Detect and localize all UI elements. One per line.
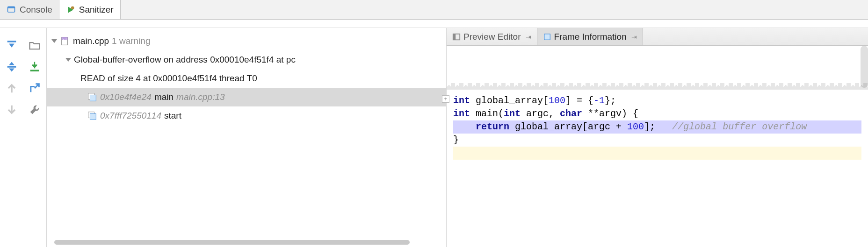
- layout-top-icon[interactable]: [5, 39, 18, 52]
- svg-marker-10: [32, 64, 37, 68]
- code-line-warn-bg: [453, 147, 861, 160]
- toolbar-blank: [0, 20, 868, 28]
- pin-icon: ⇥: [631, 33, 637, 41]
- left-tool-gutter: [0, 28, 47, 247]
- wrench-icon[interactable]: [28, 103, 41, 116]
- fold-handle-icon[interactable]: +: [442, 95, 449, 103]
- svg-marker-5: [9, 44, 14, 48]
- svg-marker-16: [65, 58, 71, 62]
- cpp-file-icon: C++: [60, 36, 70, 46]
- layout-middle-icon[interactable]: [5, 60, 18, 73]
- vertical-scrollbar[interactable]: [861, 46, 868, 88]
- svg-rect-22: [453, 34, 456, 40]
- frame1-addr: 0x7fff72550114: [100, 111, 161, 121]
- tab-frame-info[interactable]: Frame Information ⇥: [537, 28, 643, 45]
- tree-frame-row-1[interactable]: 0x7fff72550114 start: [47, 106, 446, 125]
- frame0-addr: 0x10e4f4e24: [100, 92, 152, 102]
- tree-file-row[interactable]: C++ main.cpp 1 warning: [47, 32, 446, 50]
- tree-error-title: Global-buffer-overflow on address 0x0001…: [74, 55, 296, 65]
- chevron-down-icon: [64, 55, 73, 64]
- svg-rect-23: [544, 34, 550, 40]
- svg-rect-18: [90, 95, 96, 101]
- code-line-4: }: [453, 134, 459, 145]
- tree-frame-row-0[interactable]: 0x10e4f4e24 main main.cpp:13: [47, 88, 446, 106]
- scrollbar-thumb[interactable]: [54, 240, 410, 245]
- frame0-loc: main.cpp:13: [176, 92, 225, 102]
- right-panel: Preview Editor ⇥ Frame Information ⇥ + i…: [447, 28, 868, 247]
- tab-sanitizer[interactable]: Sanitizer: [59, 0, 121, 19]
- code-line-2: int main(int argc, char **argv) {: [453, 108, 638, 119]
- svg-marker-12: [51, 39, 57, 43]
- frame-info-icon: [543, 33, 551, 41]
- preview-icon: [452, 33, 461, 41]
- tab-console[interactable]: Console: [0, 0, 59, 19]
- code-block: int global_array[100] = {-1}; int main(i…: [447, 90, 868, 160]
- svg-rect-1: [8, 7, 15, 8]
- tree-file-warning: 1 warning: [112, 36, 150, 46]
- tab-sanitizer-label: Sanitizer: [79, 5, 114, 15]
- svg-marker-8: [9, 69, 14, 72]
- svg-point-3: [71, 6, 74, 9]
- arrow-up-icon[interactable]: [5, 82, 18, 95]
- code-line-1: int global_array[100] = {-1};: [453, 95, 616, 106]
- bug-run-icon: [66, 5, 75, 14]
- tree-file-name: main.cpp: [73, 36, 109, 46]
- code-line-3-highlight: return global_array[argc + 100]; //globa…: [453, 120, 861, 134]
- frame0-func: main: [154, 92, 174, 102]
- console-icon: [7, 5, 16, 14]
- horizontal-scrollbar[interactable]: [47, 238, 446, 247]
- main-area: C++ main.cpp 1 warning Global-buffer-ove…: [0, 28, 868, 247]
- frame1-func: start: [164, 111, 181, 121]
- chevron-down-icon: [50, 36, 59, 46]
- right-tab-row: Preview Editor ⇥ Frame Information ⇥: [447, 28, 868, 46]
- code-fold-edge: [447, 83, 868, 90]
- download-icon[interactable]: [28, 60, 41, 73]
- pin-icon: ⇥: [526, 33, 531, 41]
- issue-tree-panel: C++ main.cpp 1 warning Global-buffer-ove…: [47, 28, 446, 247]
- folder-icon[interactable]: [28, 39, 41, 52]
- svg-text:C++: C++: [63, 37, 67, 40]
- tab-preview-editor[interactable]: Preview Editor ⇥: [447, 28, 537, 45]
- code-preview: + int global_array[100] = {-1}; int main…: [447, 46, 868, 247]
- arrow-down-icon[interactable]: [5, 103, 18, 116]
- external-link-icon[interactable]: [28, 82, 41, 95]
- tab-frameinfo-label: Frame Information: [554, 32, 627, 42]
- issue-tree: C++ main.cpp 1 warning Global-buffer-ove…: [47, 28, 446, 125]
- tab-preview-label: Preview Editor: [463, 32, 521, 42]
- stack-frame-icon: [87, 92, 97, 102]
- tree-detail-row[interactable]: READ of size 4 at 0x00010e4f51f4 thread …: [47, 69, 446, 88]
- tab-console-label: Console: [20, 5, 52, 15]
- tree-error-row[interactable]: Global-buffer-overflow on address 0x0001…: [47, 50, 446, 69]
- svg-marker-6: [9, 62, 14, 65]
- tree-detail-text: READ of size 4 at 0x00010e4f51f4 thread …: [80, 73, 257, 84]
- stack-frame-icon: [87, 111, 97, 121]
- svg-rect-20: [90, 113, 96, 120]
- top-tab-row: Console Sanitizer: [0, 0, 868, 20]
